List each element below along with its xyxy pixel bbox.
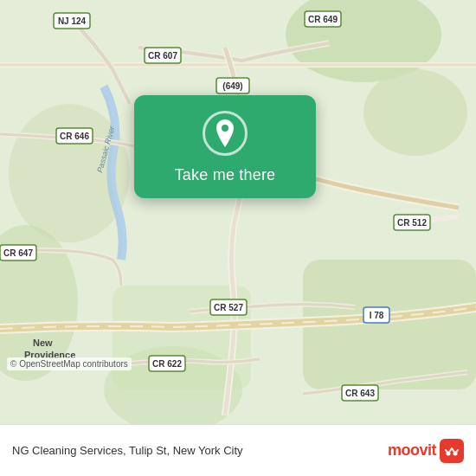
svg-point-37: [222, 125, 228, 132]
svg-text:CR 649: CR 649: [308, 15, 338, 24]
svg-text:(649): (649): [222, 81, 242, 91]
osm-credit: © OpenStreetMap contributors: [7, 357, 132, 370]
svg-text:CR 647: CR 647: [3, 248, 33, 258]
bottom-bar: NG Cleaning Services, Tulip St, New York…: [0, 424, 476, 476]
svg-text:CR 527: CR 527: [214, 303, 243, 312]
svg-text:CR 646: CR 646: [60, 132, 89, 141]
place-info: NG Cleaning Services, Tulip St, New York…: [12, 444, 388, 457]
svg-rect-38: [442, 441, 461, 460]
svg-text:CR 622: CR 622: [152, 359, 182, 369]
action-card[interactable]: Take me there: [134, 95, 316, 198]
svg-text:CR 512: CR 512: [397, 218, 427, 228]
svg-text:I 78: I 78: [370, 311, 384, 320]
svg-text:New: New: [33, 338, 53, 348]
svg-text:CR 643: CR 643: [345, 389, 375, 398]
place-name: NG Cleaning Services, Tulip St, New York…: [12, 444, 388, 457]
take-me-there-button[interactable]: Take me there: [175, 166, 276, 184]
map-container: NJ 124 CR 649 (649) CR 607 CR 646 CR 647…: [0, 0, 476, 424]
svg-text:CR 607: CR 607: [148, 51, 177, 61]
location-pin-icon: [213, 119, 237, 147]
moovit-text: moovit: [388, 441, 436, 460]
svg-text:NJ 124: NJ 124: [58, 16, 87, 26]
svg-point-2: [363, 69, 467, 156]
pin-icon-wrap: [203, 111, 248, 156]
moovit-logo: moovit: [388, 439, 464, 463]
moovit-icon: [440, 439, 464, 463]
